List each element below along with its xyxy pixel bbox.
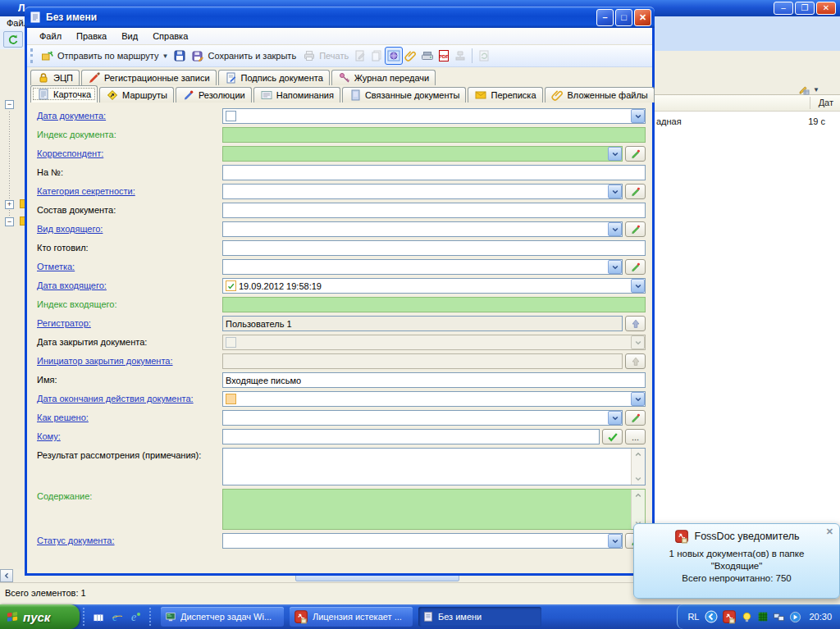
doc-date-checkbox[interactable] [226, 111, 236, 121]
field-input-doc-expiry-date[interactable] [222, 391, 646, 407]
field-input-doc-composition[interactable] [222, 203, 646, 218]
language-indicator[interactable]: RL [687, 612, 699, 622]
attach-file-button[interactable] [403, 48, 419, 64]
field-input-doc-name[interactable]: Входящее письмо [222, 372, 646, 388]
tree-expand-box[interactable]: + [5, 200, 14, 209]
field-label-correspondent[interactable]: Корреспондент: [37, 146, 222, 158]
field-input-on-number[interactable] [222, 165, 646, 180]
refresh-button[interactable] [3, 31, 23, 48]
dropdown-arrow-icon[interactable] [608, 222, 622, 236]
tab-resolutions[interactable]: Резолюции [176, 87, 252, 103]
field-input-to-whom[interactable] [222, 429, 600, 444]
export-pdf-button[interactable]: PDF [436, 48, 452, 64]
field-input-mark[interactable] [222, 259, 623, 275]
field-label-how-resolved[interactable]: Как решено: [37, 410, 222, 422]
field-label-incoming-date[interactable]: Дата входящего: [37, 278, 222, 290]
list-row-text[interactable]: адная [656, 116, 682, 126]
taskbar-button-license[interactable]: Лицензия истекает ... [290, 607, 413, 627]
tab-card[interactable]: Карточка [30, 85, 98, 103]
field-label-mark[interactable]: Отметка: [37, 259, 222, 271]
dropdown-arrow-icon[interactable] [608, 411, 622, 425]
field-input-doc-index[interactable] [222, 127, 646, 143]
field-input-incoming-type[interactable] [222, 221, 623, 237]
tab-linked-docs[interactable]: Связанные документы [342, 87, 467, 103]
tab-correspondence[interactable]: Переписка [468, 87, 542, 103]
field-label-doc-status[interactable]: Статус документа: [37, 533, 222, 545]
tab-reminders[interactable]: Напоминания [253, 87, 340, 103]
field-input-registrar[interactable]: Пользователь 1 [222, 316, 623, 331]
to-whom-check-button[interactable] [602, 429, 623, 444]
field-input-prepared-by[interactable] [222, 240, 646, 256]
taskbar-button-task-manager[interactable]: Диспетчер задач Wi... [161, 607, 284, 627]
send-route-button[interactable]: Отправить по маршруту▼ [38, 48, 171, 64]
field-label-doc-expiry-date[interactable]: Дата окончания действия документа: [37, 391, 222, 403]
scroll-down-icon[interactable] [632, 473, 645, 485]
field-label-incoming-type[interactable]: Вид входящего: [37, 221, 222, 234]
menu-file[interactable]: Файл [32, 30, 69, 43]
field-label-to-whom[interactable]: Кому: [37, 429, 222, 441]
quick-launch-app-icon[interactable] [92, 610, 105, 623]
field-input-review-result[interactable] [222, 448, 646, 485]
tray-chevron-icon[interactable] [705, 610, 718, 623]
bg-menu-file[interactable]: Файл [0, 16, 28, 30]
tree-collapse-box[interactable]: − [5, 100, 14, 109]
dropdown-arrow-icon[interactable] [608, 147, 622, 161]
dropdown-arrow-icon[interactable] [631, 335, 645, 349]
mark-pencil-button[interactable] [625, 259, 646, 275]
tray-bulb-icon[interactable] [741, 611, 753, 623]
field-label-registrar[interactable]: Регистратор: [37, 316, 222, 328]
secrecy-category-pencil-button[interactable] [625, 184, 646, 199]
tab-reg-records[interactable]: Регистрационные записи [81, 70, 217, 85]
incoming-date-checkbox[interactable] [226, 280, 236, 291]
dropdown-arrow-icon[interactable] [631, 279, 645, 293]
tab-routes[interactable]: Маршруты [99, 87, 174, 103]
tray-grid-icon[interactable] [757, 611, 769, 622]
incoming-type-pencil-button[interactable] [625, 221, 646, 237]
save-button[interactable] [171, 48, 188, 64]
correspondent-pencil-button[interactable] [625, 146, 646, 162]
field-label-doc-date[interactable]: Дата документа: [37, 108, 222, 121]
scroll-up-icon[interactable] [632, 490, 645, 501]
menu-view[interactable]: Вид [114, 30, 145, 43]
list-row-date[interactable]: 19 с [808, 116, 825, 126]
field-input-correspondent[interactable] [222, 146, 623, 162]
menu-help[interactable]: Справка [145, 30, 195, 43]
field-label-secrecy-category[interactable]: Категория секретности: [37, 184, 222, 196]
field-input-doc-status[interactable] [222, 533, 623, 549]
tab-attached-files[interactable]: Вложенные файлы [545, 87, 655, 103]
dropdown-arrow-icon[interactable] [608, 260, 622, 274]
scroll-up-icon[interactable] [632, 449, 645, 460]
registrar-open-button[interactable] [625, 316, 646, 331]
field-input-secrecy-category[interactable] [222, 184, 623, 199]
dropdown-arrow-icon[interactable] [631, 392, 645, 406]
scrollbar[interactable] [631, 449, 645, 485]
bg-minimize-button[interactable]: – [774, 2, 793, 15]
bg-restore-button[interactable]: ❐ [795, 2, 815, 15]
web-view-button[interactable] [385, 47, 403, 65]
tree-collapse-box[interactable]: − [5, 217, 14, 226]
dropdown-arrow-icon[interactable] [608, 534, 622, 548]
menu-edit[interactable]: Правка [69, 30, 114, 43]
tab-transfer-log[interactable]: Журнал передачи [331, 70, 436, 85]
minimize-button[interactable]: – [596, 9, 614, 26]
field-input-incoming-date[interactable]: 19.09.2012 19:58:19 [222, 278, 646, 294]
field-input-how-resolved[interactable] [222, 410, 623, 426]
tab-ecp[interactable]: ЭЦП [30, 70, 80, 85]
browser-icon[interactable]: e [130, 610, 143, 623]
field-input-doc-date[interactable] [222, 108, 646, 124]
field-input-incoming-index[interactable] [222, 297, 646, 312]
maximize-button[interactable]: □ [615, 9, 632, 26]
dropdown-arrow-icon[interactable] [631, 109, 645, 123]
dropdown-arrow-icon[interactable] [608, 185, 622, 198]
field-label-close-initiator[interactable]: Инициатор закрытия документа: [37, 353, 222, 366]
notification-close-icon[interactable]: ✕ [826, 526, 833, 537]
field-input-content[interactable] [222, 489, 646, 530]
dialog-titlebar[interactable]: Без имени – □ ✕ [25, 7, 655, 28]
doc-expiry-date-checkbox[interactable] [226, 394, 236, 404]
copy-document-button[interactable] [368, 48, 385, 64]
doc-close-date-checkbox[interactable] [226, 337, 236, 348]
scan-button[interactable] [419, 48, 436, 64]
close-button[interactable]: ✕ [634, 9, 651, 26]
start-button[interactable]: пуск [0, 604, 80, 629]
refresh-document-button[interactable] [476, 48, 492, 64]
